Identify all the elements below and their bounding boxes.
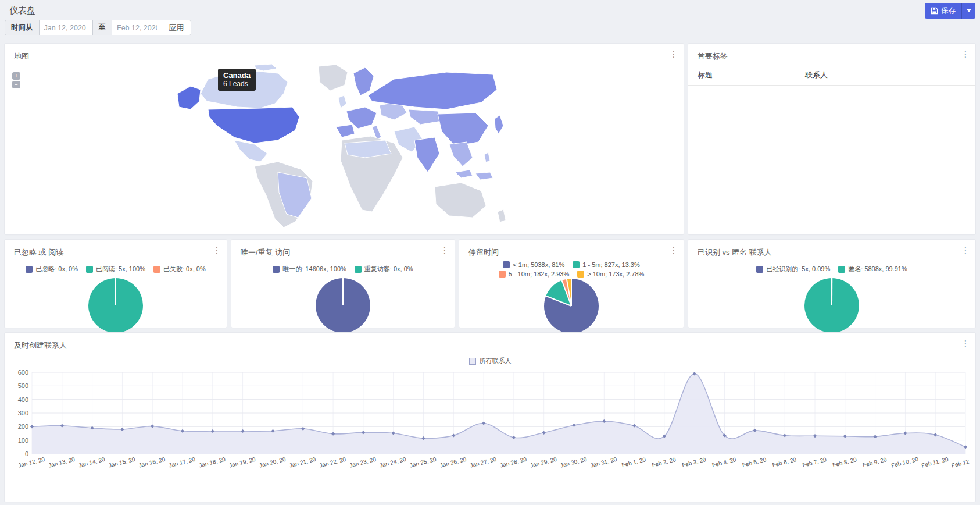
country-indonesia-west[interactable] bbox=[455, 170, 473, 178]
svg-text:Feb 2, 20: Feb 2, 20 bbox=[651, 456, 677, 468]
svg-text:Jan 26, 20: Jan 26, 20 bbox=[439, 456, 467, 469]
region-scandinavia[interactable] bbox=[353, 67, 374, 95]
country-japan[interactable] bbox=[495, 115, 503, 134]
pie-slice-border bbox=[831, 278, 832, 305]
legend-item[interactable]: 已忽略: 0x, 0% bbox=[26, 265, 78, 273]
map-kebab-menu-icon[interactable]: ⋮ bbox=[668, 49, 679, 60]
date-from-label: 时间从 bbox=[5, 20, 40, 35]
date-to-label: 至 bbox=[93, 20, 113, 35]
svg-text:0: 0 bbox=[25, 450, 28, 457]
country-kazakhstan[interactable] bbox=[409, 109, 442, 125]
legend-item[interactable]: 5 - 10m; 182x, 2.93% bbox=[499, 271, 570, 278]
country-mexico[interactable] bbox=[234, 140, 267, 162]
ignored-read-panel: 已忽略 或 阅读 ⋮ 已忽略: 0x, 0%已阅读: 5x, 100%已失败: … bbox=[5, 240, 227, 328]
pie-legend: 已忽略: 0x, 0%已阅读: 5x, 100%已失败: 0x, 0% bbox=[5, 265, 227, 273]
dwell-time-pie-chart[interactable] bbox=[544, 279, 599, 333]
country-philippines[interactable] bbox=[484, 152, 490, 162]
legend-item[interactable]: > 10m; 173x, 2.78% bbox=[577, 271, 644, 278]
legend-item[interactable]: 匿名: 5808x, 99.91% bbox=[838, 265, 907, 273]
unique-repeat-kebab-menu-icon[interactable]: ⋮ bbox=[439, 246, 450, 256]
identified-anonymous-kebab-menu-icon[interactable]: ⋮ bbox=[960, 246, 971, 256]
world-map[interactable] bbox=[121, 62, 522, 230]
map-body: + − Canada 6 Leads bbox=[5, 62, 684, 230]
legend-swatch bbox=[153, 266, 160, 273]
svg-text:Feb 7, 20: Feb 7, 20 bbox=[802, 456, 827, 468]
legend-label: 1 - 5m; 827x, 13.3% bbox=[582, 261, 639, 268]
top-tags-title: 首要标签 bbox=[688, 44, 975, 62]
legend-item[interactable]: 已经识别的: 5x, 0.09% bbox=[756, 265, 830, 273]
svg-text:Jan 16, 20: Jan 16, 20 bbox=[138, 456, 166, 469]
region-southeast-asia[interactable] bbox=[449, 142, 473, 166]
legend-item[interactable]: < 1m; 5038x, 81% bbox=[503, 261, 564, 268]
legend-swatch bbox=[503, 261, 510, 268]
map-tooltip-country: Canada bbox=[223, 71, 251, 80]
legend-item[interactable]: 重复访客: 0x, 0% bbox=[355, 265, 413, 273]
legend-item[interactable]: 唯一的: 14606x, 100% bbox=[273, 265, 346, 273]
legend-swatch bbox=[499, 271, 506, 278]
save-floppy-icon bbox=[931, 7, 938, 15]
identified-anonymous-pie-chart[interactable] bbox=[804, 278, 859, 333]
svg-text:Jan 29, 20: Jan 29, 20 bbox=[530, 456, 557, 469]
date-from-input[interactable] bbox=[40, 20, 93, 35]
svg-text:Feb 4, 20: Feb 4, 20 bbox=[711, 456, 737, 468]
svg-text:Jan 31, 20: Jan 31, 20 bbox=[589, 456, 617, 469]
country-australia[interactable] bbox=[435, 183, 486, 218]
country-spain[interactable] bbox=[336, 125, 355, 137]
map-zoom-out-button[interactable]: − bbox=[12, 81, 20, 88]
map-panel-title: 地图 bbox=[5, 44, 684, 62]
svg-text:Feb 10, 20: Feb 10, 20 bbox=[890, 456, 919, 468]
dwell-time-kebab-menu-icon[interactable]: ⋮ bbox=[668, 246, 679, 256]
svg-text:Jan 17, 20: Jan 17, 20 bbox=[168, 456, 196, 469]
apply-button[interactable]: 应用 bbox=[162, 20, 191, 35]
pie-legend: 已经识别的: 5x, 0.09%匿名: 5808x, 99.91% bbox=[688, 265, 975, 273]
country-usa[interactable] bbox=[208, 107, 299, 143]
legend-swatch bbox=[26, 266, 33, 273]
legend-item[interactable]: 1 - 5m; 827x, 13.3% bbox=[573, 261, 639, 268]
tags-table-header: 标题 联系人 bbox=[688, 62, 975, 86]
line-chart-legend[interactable]: 所有联系人 bbox=[5, 357, 975, 365]
country-indonesia-east[interactable] bbox=[475, 172, 493, 180]
legend-label: 唯一的: 14606x, 100% bbox=[282, 265, 346, 273]
svg-text:Jan 21, 20: Jan 21, 20 bbox=[288, 456, 316, 469]
svg-text:Jan 25, 20: Jan 25, 20 bbox=[409, 456, 437, 469]
unique-repeat-pie-chart[interactable] bbox=[316, 278, 370, 333]
legend-item[interactable]: 已阅读: 5x, 100% bbox=[86, 265, 145, 273]
contacts-created-kebab-menu-icon[interactable]: ⋮ bbox=[960, 339, 971, 349]
country-greenland[interactable] bbox=[319, 65, 348, 91]
legend-label: 5 - 10m; 182x, 2.93% bbox=[509, 271, 570, 278]
country-new-zealand[interactable] bbox=[498, 209, 506, 222]
svg-text:Jan 14, 20: Jan 14, 20 bbox=[78, 456, 106, 469]
top-tags-kebab-menu-icon[interactable]: ⋮ bbox=[960, 49, 971, 60]
country-canada-islands[interactable] bbox=[255, 64, 277, 71]
date-filter-bar: 时间从 至 应用 bbox=[5, 20, 191, 35]
svg-text:500: 500 bbox=[18, 382, 28, 389]
country-china[interactable] bbox=[438, 113, 488, 146]
svg-text:Feb 12, 20: Feb 12, 20 bbox=[951, 456, 970, 468]
save-dropdown-button[interactable] bbox=[961, 3, 975, 19]
svg-text:600: 600 bbox=[18, 369, 28, 376]
chevron-down-icon bbox=[967, 9, 971, 12]
save-button-group: 保存 bbox=[925, 3, 975, 19]
legend-label: 重复访客: 0x, 0% bbox=[364, 265, 413, 273]
legend-swatch bbox=[469, 358, 476, 365]
date-to-input[interactable] bbox=[112, 20, 162, 35]
ignored-read-pie-chart[interactable] bbox=[88, 278, 143, 333]
ignored-read-kebab-menu-icon[interactable]: ⋮ bbox=[212, 246, 222, 256]
dwell-time-title: 停留时间 bbox=[459, 240, 684, 258]
save-button[interactable]: 保存 bbox=[925, 3, 961, 19]
svg-text:Feb 9, 20: Feb 9, 20 bbox=[862, 456, 888, 468]
svg-text:Jan 30, 20: Jan 30, 20 bbox=[560, 456, 588, 469]
svg-text:Jan 28, 20: Jan 28, 20 bbox=[499, 456, 527, 469]
country-alaska[interactable] bbox=[177, 86, 201, 109]
contacts-created-line-chart[interactable]: 0100200300400500600Jan 12, 20Jan 13, 20J… bbox=[10, 367, 970, 481]
country-india[interactable] bbox=[414, 137, 439, 172]
pie-slice-border bbox=[115, 278, 116, 305]
map-zoom-in-button[interactable]: + bbox=[12, 72, 20, 80]
svg-text:400: 400 bbox=[18, 396, 28, 403]
legend-swatch bbox=[838, 266, 845, 273]
legend-item[interactable]: 已失败: 0x, 0% bbox=[153, 265, 206, 273]
svg-text:Feb 3, 20: Feb 3, 20 bbox=[681, 456, 707, 468]
country-uk[interactable] bbox=[338, 95, 346, 108]
svg-text:Jan 20, 20: Jan 20, 20 bbox=[259, 456, 287, 469]
svg-text:Jan 18, 20: Jan 18, 20 bbox=[198, 456, 226, 469]
